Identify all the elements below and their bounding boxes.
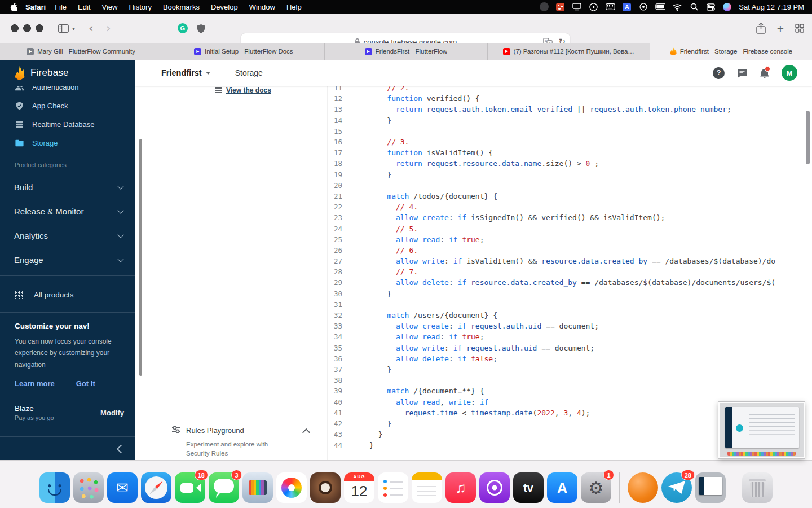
dock-reminders-icon[interactable] (378, 472, 408, 503)
view-the-docs-link[interactable]: View the docs (215, 86, 271, 94)
menu-develop[interactable]: Develop (205, 3, 244, 11)
tab-youtube-4[interactable]: (7) Разгоны #112 [Костя Пушкин, Вова… (488, 43, 650, 60)
account-avatar[interactable]: M (782, 65, 797, 81)
dock-finder-icon[interactable] (39, 472, 70, 503)
code-line: 20 (328, 180, 812, 191)
line-number: 20 (328, 181, 365, 190)
control-center-icon[interactable] (706, 2, 716, 12)
play-icon[interactable] (589, 2, 598, 12)
wifi-icon[interactable] (672, 2, 682, 12)
dock-appstore-icon[interactable]: A (547, 472, 577, 503)
dock-devtool-icon[interactable] (242, 472, 273, 503)
sidebar-section-release-monitor[interactable]: Release & Monitor (0, 199, 135, 224)
forward-button[interactable]: › (106, 22, 111, 34)
dock-music-icon[interactable]: ♫ (445, 472, 476, 503)
minimize-window-button[interactable] (23, 24, 31, 32)
sidebar-toggle-icon[interactable] (58, 24, 69, 33)
dock-photos-icon[interactable] (276, 472, 307, 503)
rules-playground-panel[interactable]: Rules Playground Experiment and explore … (135, 419, 327, 461)
active-app-name[interactable]: Safari (25, 3, 46, 11)
share-icon[interactable] (756, 23, 766, 34)
dock-telegram-icon[interactable]: 28 (661, 472, 692, 503)
siri-icon[interactable] (723, 3, 731, 11)
sidebar-scrollbar[interactable] (139, 139, 142, 376)
grammarly-extension-icon[interactable]: G (178, 23, 188, 33)
tab-flutterflow-2[interactable]: FInitial Setup - FlutterFlow Docs (162, 43, 325, 60)
circle-badge-icon[interactable] (540, 2, 549, 11)
shield-extension-icon[interactable] (197, 24, 205, 33)
menu-window[interactable]: Window (244, 3, 281, 11)
code-text: match /todos/{document} { (365, 192, 812, 200)
dock-facetime-icon[interactable]: 18 (175, 472, 205, 503)
customize-nav-promo: Customize your nav! You can now focus yo… (0, 312, 135, 397)
line-number: 34 (328, 332, 365, 341)
dock-launchpad-icon[interactable] (73, 472, 104, 503)
input-a-icon[interactable]: A (623, 3, 631, 11)
code-text: // 6. (365, 246, 812, 255)
menu-bar-clock[interactable]: Sat Aug 12 7:19 PM (739, 3, 804, 11)
tab-flutterflow-3[interactable]: FFriendsFirst - FlutterFlow (325, 43, 487, 60)
notifications-bell-icon[interactable] (760, 67, 770, 78)
screen-share-preview[interactable] (718, 402, 805, 458)
tab-firebase-5[interactable]: Friendfirst - Storage - Firebase console (650, 43, 812, 60)
keyboard-icon[interactable] (606, 2, 615, 12)
dock-calendar-icon[interactable]: AUG12 (344, 472, 374, 503)
sidebar-section-engage[interactable]: Engage (0, 248, 135, 272)
apple-menu-icon[interactable] (10, 3, 17, 11)
airplay-icon[interactable] (638, 2, 648, 12)
notification-badge: 28 (681, 470, 695, 480)
sidebar-item-storage[interactable]: Storage (0, 134, 135, 152)
close-window-button[interactable] (11, 24, 19, 32)
playground-title: Rules Playground (186, 426, 244, 435)
collapse-sidebar-icon[interactable] (117, 444, 126, 453)
dock-trash-icon[interactable] (742, 472, 773, 503)
menu-edit[interactable]: Edit (72, 3, 96, 11)
promo-body: You can now focus your console experienc… (15, 336, 115, 370)
sidebar-item-realtime-database[interactable]: Realtime Database (0, 115, 135, 134)
dock-messages-icon[interactable]: 3 (209, 472, 239, 503)
sidebar-section-build[interactable]: Build (0, 175, 135, 199)
tab-overview-icon[interactable] (795, 24, 804, 33)
dock-window-icon[interactable] (695, 472, 726, 503)
spotlight-icon[interactable] (689, 2, 699, 12)
dock-mail-icon[interactable]: ✉ (107, 472, 138, 503)
menu-history[interactable]: History (123, 3, 157, 11)
sidebar-item-all-products[interactable]: All products (0, 283, 135, 306)
dock-podcasts-icon[interactable] (479, 472, 510, 503)
tab-flutterflow-gray-1[interactable]: FMary Gill - FlutterFlow Community (0, 43, 162, 60)
sidebar-section-analytics[interactable]: Analytics (0, 224, 135, 248)
modify-plan-button[interactable]: Modify (100, 409, 124, 417)
dock-photobooth-icon[interactable] (310, 472, 341, 503)
menu-help[interactable]: Help (281, 3, 307, 11)
appstore-glyph: A (547, 472, 577, 503)
code-line: 22 // 4. (328, 202, 812, 212)
help-button[interactable]: ? (713, 67, 725, 79)
zoom-window-button[interactable] (36, 24, 43, 32)
battery-icon[interactable] (655, 2, 665, 12)
code-text: allow create: if request.auth.uid == doc… (365, 322, 812, 330)
line-number: 27 (328, 257, 365, 265)
dock-settings-icon[interactable]: ⚙1 (581, 472, 611, 503)
dock-tv-icon[interactable]: tv (513, 472, 544, 503)
dock-orange-icon[interactable] (628, 472, 658, 503)
got-it-button[interactable]: Got it (76, 379, 95, 388)
chevron-down-icon[interactable]: ▾ (72, 25, 75, 32)
learn-more-link[interactable]: Learn more (15, 379, 55, 388)
sidebar-item-app-check[interactable]: App Check (0, 97, 135, 115)
firebase-logo[interactable]: Firebase (0, 60, 135, 86)
code-text: allow create: if isSignedIn() && verifie… (365, 213, 812, 222)
project-switcher[interactable]: Friendfirst (161, 68, 210, 77)
feedback-icon[interactable] (736, 68, 748, 78)
line-number: 12 (328, 94, 365, 103)
dock-notes-icon[interactable] (412, 472, 442, 503)
editor-scrollbar[interactable] (806, 111, 810, 164)
red-dice-icon[interactable] (556, 3, 564, 11)
menu-file[interactable]: File (49, 3, 72, 11)
menu-bar-right: A Sat Aug 12 7:19 PM (540, 2, 812, 12)
screen-icon[interactable] (572, 2, 581, 12)
back-button[interactable]: ‹ (89, 22, 94, 34)
menu-view[interactable]: View (96, 3, 123, 11)
new-tab-button[interactable]: + (777, 23, 784, 34)
dock-safari-icon[interactable] (141, 472, 171, 503)
menu-bookmarks[interactable]: Bookmarks (157, 3, 205, 11)
